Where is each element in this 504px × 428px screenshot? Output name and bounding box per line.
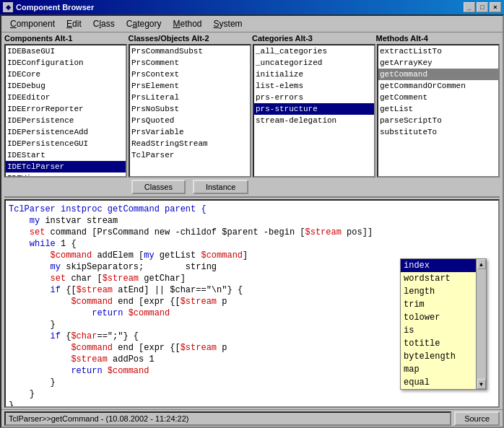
- autocomplete-popup: index wordstart length trim tolower is t…: [400, 258, 487, 390]
- columns-header: Components Alt-1 Classes/Objects Alt-2 C…: [1, 32, 503, 44]
- close-button[interactable]: ×: [490, 2, 501, 12]
- buttons-row: Classes Instance: [1, 178, 503, 196]
- separator: [4, 196, 500, 198]
- menu-method[interactable]: Method: [168, 17, 208, 30]
- list-item[interactable]: _uncategorized: [254, 57, 374, 69]
- methods-panel: extractListTo getArrayKey getCommand get…: [377, 44, 500, 178]
- status-label: TclParser>>getCommand - (10.08.2002 - 11…: [9, 414, 188, 423]
- list-item[interactable]: PrsContext: [130, 69, 250, 80]
- minimize-button[interactable]: _: [464, 2, 475, 12]
- list-item[interactable]: initialize: [254, 69, 374, 80]
- source-button[interactable]: Source: [454, 411, 500, 426]
- autocomplete-item[interactable]: map: [401, 363, 476, 376]
- list-item[interactable]: IDEConfiguration: [6, 57, 126, 69]
- list-item[interactable]: IDEEditor: [6, 92, 126, 103]
- list-item[interactable]: list-elems: [254, 80, 374, 92]
- autocomplete-item[interactable]: wordstart: [401, 272, 476, 285]
- menu-system[interactable]: System: [208, 17, 248, 30]
- menu-edit[interactable]: Edit: [61, 17, 87, 30]
- list-item[interactable]: PrsNoSubst: [130, 103, 250, 115]
- scroll-down[interactable]: ▼: [477, 379, 486, 389]
- autocomplete-item[interactable]: bytelength: [401, 350, 476, 363]
- scroll-up[interactable]: ▲: [477, 259, 486, 269]
- col-header-methods: Methods Alt-4: [376, 34, 500, 43]
- list-item[interactable]: PrsElement: [130, 80, 250, 92]
- list-item[interactable]: PrsCommandSubst: [130, 45, 250, 57]
- autocomplete-item[interactable]: tolower: [401, 311, 476, 324]
- list-item[interactable]: IDEPersistenceGUI: [6, 138, 126, 149]
- list-item[interactable]: prs-errors: [254, 92, 374, 103]
- list-item[interactable]: substituteTo: [378, 126, 498, 138]
- list-item[interactable]: parseScriptTo: [378, 115, 498, 126]
- list-item[interactable]: IDEStart: [6, 149, 126, 161]
- list-item[interactable]: ReadStringStream: [130, 138, 250, 149]
- list-item[interactable]: getComment: [378, 92, 498, 103]
- list-item-selected[interactable]: IDETclParser: [6, 161, 126, 172]
- window-controls: _ □ ×: [464, 2, 501, 12]
- app-icon: ◆: [3, 2, 13, 12]
- list-panels: IDEBaseGUI IDEConfiguration IDECore IDED…: [1, 44, 503, 178]
- autocomplete-item[interactable]: length: [401, 285, 476, 298]
- autocomplete-item[interactable]: equal: [401, 376, 476, 389]
- classes-button[interactable]: Classes: [131, 180, 186, 194]
- list-item[interactable]: PrsLiteral: [130, 92, 250, 103]
- list-item[interactable]: PrsQuoted: [130, 115, 250, 126]
- col-header-classes: Classes/Objects Alt-2: [129, 34, 253, 43]
- list-item[interactable]: IDECore: [6, 69, 126, 80]
- list-item[interactable]: _all_categories: [254, 45, 374, 57]
- categories-list[interactable]: _all_categories _uncategorized initializ…: [254, 45, 374, 176]
- list-item[interactable]: getList: [378, 103, 498, 115]
- components-panel: IDEBaseGUI IDEConfiguration IDECore IDED…: [4, 44, 127, 178]
- categories-panel: _all_categories _uncategorized initializ…: [253, 44, 375, 178]
- list-item[interactable]: IDEDebug: [6, 80, 126, 92]
- menu-category[interactable]: Category: [121, 17, 168, 30]
- title-text: Component Browser: [16, 3, 464, 12]
- list-item[interactable]: PrsVariable: [130, 126, 250, 138]
- list-item[interactable]: IDEPersistenceAdd: [6, 126, 126, 138]
- col-header-components: Components Alt-1: [4, 34, 129, 43]
- list-item[interactable]: stream-delegation: [254, 115, 374, 126]
- col-header-categories: Categories Alt-3: [252, 34, 376, 43]
- menu-class[interactable]: Class: [87, 17, 121, 30]
- title-bar: ◆ Component Browser _ □ ×: [0, 0, 504, 14]
- list-item[interactable]: PrsComment: [130, 57, 250, 69]
- list-item[interactable]: IDEView: [6, 172, 126, 176]
- list-item[interactable]: IDEPersistence: [6, 115, 126, 126]
- code-area: TclParser instproc getCommand parent { m…: [4, 199, 500, 408]
- list-item[interactable]: IDEErrorReporter: [6, 103, 126, 115]
- list-item[interactable]: TclParser: [130, 149, 250, 161]
- list-item[interactable]: IDEBaseGUI: [6, 45, 126, 57]
- main-window: Component Edit Class Category Method Sys…: [0, 14, 504, 428]
- list-item[interactable]: extractListTo: [378, 45, 498, 57]
- maximize-button[interactable]: □: [477, 2, 488, 12]
- list-item-selected[interactable]: getCommand: [378, 69, 498, 80]
- instance-button[interactable]: Instance: [193, 180, 249, 194]
- autocomplete-item[interactable]: is: [401, 324, 476, 337]
- list-item-selected[interactable]: prs-structure: [254, 103, 374, 115]
- classes-panel: PrsCommandSubst PrsComment PrsContext Pr…: [129, 44, 251, 178]
- menu-component[interactable]: Component: [4, 17, 61, 30]
- methods-list[interactable]: extractListTo getArrayKey getCommand get…: [378, 45, 498, 176]
- status-text: TclParser>>getCommand - (10.08.2002 - 11…: [4, 411, 451, 426]
- status-bar: TclParser>>getCommand - (10.08.2002 - 11…: [1, 409, 503, 427]
- autocomplete-item[interactable]: index: [401, 259, 476, 272]
- list-item[interactable]: getCommandOrCommen: [378, 80, 498, 92]
- components-list[interactable]: IDEBaseGUI IDEConfiguration IDECore IDED…: [6, 45, 126, 176]
- list-item[interactable]: getArrayKey: [378, 57, 498, 69]
- autocomplete-item[interactable]: trim: [401, 298, 476, 311]
- autocomplete-item[interactable]: totitle: [401, 337, 476, 350]
- menu-bar: Component Edit Class Category Method Sys…: [1, 16, 503, 32]
- classes-list[interactable]: PrsCommandSubst PrsComment PrsContext Pr…: [130, 45, 250, 176]
